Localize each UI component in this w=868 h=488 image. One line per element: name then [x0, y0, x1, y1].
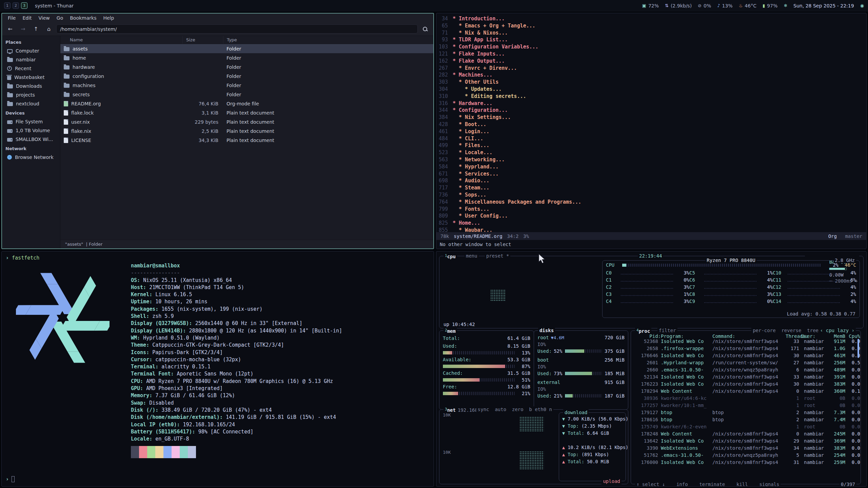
sort-selector[interactable]: ‹ cpu lazy ›: [819, 327, 856, 333]
process-row-2660[interactable]: 2660.emacs-31.0.50-/nix/store/wnqz5pa8ra…: [631, 366, 861, 373]
sidebar-item-downloads[interactable]: Downloads: [2, 82, 60, 90]
net-options[interactable]: sync auto zero b eth0 n: [476, 406, 553, 412]
disk-name-row: root▼4.6M720 GiB: [534, 334, 628, 341]
status-temperature[interactable]: ♨46°C: [739, 3, 756, 8]
process-cpu: 0.0: [845, 366, 860, 373]
process-row-13642[interactable]: 13642Isolated Web Co/nix/store/sm8fnrf3w…: [631, 438, 861, 445]
menu-bookmarks[interactable]: Bookmarks: [67, 15, 99, 21]
disk-used-value: 375 GiB: [605, 348, 625, 354]
menu-file[interactable]: File: [5, 15, 19, 21]
sidebar-item-nextcloud[interactable]: nextcloud: [2, 99, 60, 108]
proc-box-title[interactable]: 4proc: [635, 327, 651, 333]
back-button[interactable]: ←: [5, 24, 16, 34]
thunar-menubar: FileEditViewGoBookmarksHelp: [2, 14, 433, 22]
status-microphone[interactable]: ⊘0%: [698, 3, 711, 8]
process-pid: 3390: [634, 445, 661, 452]
line-number: 428: [438, 121, 453, 128]
process-row-51762[interactable]: 51762.emacs-31.0.50-/nix/store/wnqz5pa8r…: [631, 452, 861, 459]
shell-prompt[interactable]: ›: [6, 476, 15, 482]
process-row-2658[interactable]: 2658.firefox-wrappe/nix/store/sm8fnrf3wp…: [631, 345, 861, 352]
home-button[interactable]: ⌂: [43, 24, 54, 34]
workspace-2[interactable]: 2: [13, 2, 19, 9]
process-row-176000[interactable]: 176000Isolated Web Co/nix/store/sm8fnrf3…: [631, 459, 861, 466]
file-row-configuration[interactable]: configurationFolder: [60, 72, 433, 81]
process-user: nambiar: [801, 452, 826, 459]
file-row-flake-lock[interactable]: flake.lock3,1 KiBPlain text document: [60, 108, 433, 117]
file-row-home[interactable]: homeFolder: [60, 53, 433, 62]
proc-footer-keys[interactable]: ↑ select ↓ info terminate kill signals: [635, 481, 781, 487]
workspace-1[interactable]: 1: [4, 2, 11, 9]
org-heading: * Flake Inputs...: [453, 50, 505, 58]
process-command: btop: [712, 416, 786, 423]
process-row-38936[interactable]: 38936kworker/u64:6-kc1root0B0.0: [631, 395, 861, 402]
process-row-52368[interactable]: 52368Isolated Web Co/nix/store/sm8fnrf3w…: [631, 338, 861, 345]
process-row-177257[interactable]: 177257kworker/10:1-mm_1root0B0.0: [631, 402, 861, 409]
process-row-2601[interactable]: 2601.Hyprland-wrapp/run/current-system/s…: [631, 359, 861, 366]
status-nix[interactable]: ❄: [784, 3, 787, 8]
file-size: 34,3 KiB: [182, 138, 223, 143]
menu-help[interactable]: Help: [100, 15, 117, 21]
process-row-176646[interactable]: 176646Isolated Web Co/nix/store/sm8fnrf3…: [631, 352, 861, 359]
workspace-3[interactable]: 3: [21, 2, 27, 9]
menu-edit[interactable]: Edit: [19, 15, 35, 21]
disks-box-title[interactable]: disks: [538, 327, 555, 333]
process-row-176223[interactable]: 176223Isolated Web Co/nix/store/sm8fnrf3…: [631, 381, 861, 388]
sidebar-item-computer[interactable]: Computer: [2, 46, 60, 55]
column-header-size[interactable]: Size: [182, 36, 223, 44]
proc-options[interactable]: per-core reverse tree: [751, 327, 820, 333]
proc-scrollbar[interactable]: [857, 339, 859, 358]
column-header-name[interactable]: Name: [60, 36, 182, 44]
file-row-license[interactable]: LICENSE34,3 KiBPlain text document: [60, 136, 433, 145]
sidebar-item-recent[interactable]: Recent: [2, 64, 60, 73]
sidebar-item-smallbox-wi-[interactable]: SMALLBOX Wi...: [2, 135, 60, 144]
process-row-52134[interactable]: 52134Isolated Web Co/nix/store/sm8fnrf3w…: [631, 373, 861, 381]
sidebar-item-wastebasket[interactable]: Wastebasket: [2, 73, 60, 82]
process-cpu: 0.0: [845, 402, 860, 409]
forward-button[interactable]: →: [18, 24, 28, 34]
file-row-secrets[interactable]: secretsFolder: [60, 90, 433, 99]
menu-go[interactable]: Go: [54, 15, 66, 21]
up-button[interactable]: ↑: [31, 24, 41, 34]
status-volume[interactable]: ♪13%: [717, 3, 732, 8]
process-pid: 176000: [634, 459, 661, 466]
file-row-machines[interactable]: machinesFolder: [60, 81, 433, 90]
status-power[interactable]: ◉: [860, 3, 864, 8]
status-network[interactable]: ⇅(2.9kb/s): [665, 3, 692, 8]
palette-swatch-7: [188, 446, 196, 458]
file-row-user-nix[interactable]: user.nix229 bytesPlain text document: [60, 117, 433, 126]
process-row-175749[interactable]: 175749kworker/6:2-even1root0B0.0: [631, 423, 861, 430]
mem-percent: 13%: [515, 350, 530, 355]
fetch-info-line: Locale: en_GB.UTF-8: [131, 435, 342, 443]
file-row-readme-org[interactable]: README.org76,4 KiBOrg-mode file: [60, 99, 433, 108]
filter-button[interactable]: filter: [657, 327, 677, 333]
process-cpu: 0.0: [845, 373, 860, 381]
search-button[interactable]: [420, 24, 431, 34]
menu-view[interactable]: View: [36, 15, 53, 21]
sidebar-item-nambiar[interactable]: nambiar: [2, 55, 60, 64]
sidebar-item-browse-network[interactable]: Browse Network: [2, 153, 60, 162]
mem-box-title[interactable]: 2mem: [443, 327, 457, 333]
process-row-178294[interactable]: 178294Web Content/nix/store/sm8fnrf3wps4…: [631, 388, 861, 395]
status-cpu[interactable]: ▣72%: [642, 3, 659, 8]
sidebar-item-1-0-tb-volume[interactable]: 1,0 TB Volume: [2, 126, 60, 135]
line-number: 736: [438, 191, 453, 199]
file-row-hardware[interactable]: hardwareFolder: [60, 62, 433, 72]
process-row-3390[interactable]: 3390WebExtensions/nix/store/sm8fnrf3wps4…: [631, 445, 861, 452]
process-row-178616[interactable]: 178616btopbtop2nambiar7.4M0.0: [631, 416, 861, 423]
menu-tab[interactable]: menu: [465, 253, 479, 259]
status-clock[interactable]: Sun, 28 Sep 2025 - 22:19: [793, 3, 854, 8]
file-row-assets[interactable]: assetsFolder: [60, 44, 433, 53]
status-battery[interactable]: ▮97%: [763, 3, 777, 8]
cpu-box-title[interactable]: 1cpu: [443, 253, 457, 259]
file-row-flake-nix[interactable]: flake.nix2,5 KiBPlain text document: [60, 126, 433, 136]
preset-tab[interactable]: preset *: [485, 253, 510, 259]
core-leader: [788, 274, 840, 274]
process-row-179127[interactable]: 179127btopbtop2nambiar7.3M0.0: [631, 409, 861, 416]
process-row-178248[interactable]: 178248Web Content/nix/store/sm8fnrf3wps4…: [631, 430, 861, 438]
path-input[interactable]: [56, 24, 418, 34]
disk-used-label: Used:: [537, 348, 552, 354]
column-header-type[interactable]: Type: [223, 36, 433, 44]
sidebar-item-file-system[interactable]: File System: [2, 117, 60, 126]
sidebar-item-projects[interactable]: projects: [2, 90, 60, 99]
process-user: root: [801, 423, 826, 430]
